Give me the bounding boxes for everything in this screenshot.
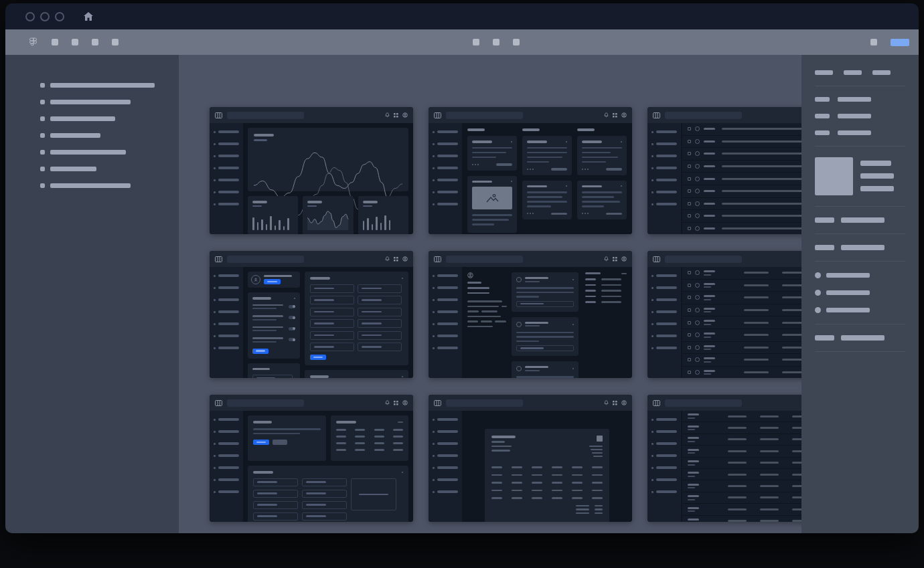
mini-input[interactable] bbox=[310, 308, 354, 316]
mini-input[interactable] bbox=[516, 345, 574, 351]
figma-logo-icon[interactable] bbox=[29, 37, 38, 48]
toggle-switch[interactable] bbox=[289, 338, 295, 341]
template-card-analytics-dashboard[interactable] bbox=[210, 107, 413, 234]
mini-input[interactable] bbox=[302, 512, 347, 520]
sidebar-layer-item[interactable] bbox=[40, 83, 179, 88]
inspector-tab[interactable] bbox=[872, 70, 891, 75]
mini-input[interactable] bbox=[253, 501, 298, 509]
toggle-switch[interactable] bbox=[289, 316, 295, 319]
mini-input[interactable] bbox=[253, 512, 298, 520]
table-row[interactable] bbox=[682, 304, 801, 317]
tool-button[interactable] bbox=[870, 39, 877, 45]
option-row[interactable] bbox=[815, 272, 919, 278]
sidebar-layer-item[interactable] bbox=[40, 150, 179, 155]
table-row[interactable] bbox=[682, 354, 801, 367]
toggle-switch[interactable] bbox=[289, 305, 295, 308]
mini-search-input[interactable] bbox=[227, 256, 304, 263]
mini-input[interactable] bbox=[358, 331, 402, 340]
mini-input[interactable] bbox=[310, 284, 354, 293]
mini-input[interactable] bbox=[253, 490, 298, 498]
table-row[interactable] bbox=[682, 161, 801, 173]
row-checkbox[interactable] bbox=[688, 333, 691, 337]
mini-primary-button[interactable] bbox=[252, 349, 268, 354]
kanban-card[interactable] bbox=[467, 136, 517, 171]
mini-primary-button[interactable] bbox=[310, 355, 326, 360]
mini-input[interactable] bbox=[310, 296, 354, 304]
inspector-tab[interactable] bbox=[844, 70, 862, 75]
kanban-card[interactable] bbox=[577, 136, 627, 175]
mini-input[interactable] bbox=[358, 319, 402, 328]
table-row[interactable] bbox=[682, 422, 801, 434]
tool-button[interactable] bbox=[473, 39, 479, 45]
mini-search-input[interactable] bbox=[665, 256, 742, 263]
table-row[interactable] bbox=[682, 458, 801, 469]
table-row[interactable] bbox=[682, 469, 801, 480]
table-row[interactable] bbox=[682, 316, 801, 329]
row-checkbox[interactable] bbox=[688, 271, 691, 274]
kanban-card[interactable] bbox=[522, 181, 572, 220]
table-row[interactable] bbox=[682, 185, 801, 198]
row-checkbox[interactable] bbox=[688, 177, 691, 181]
row-checkbox[interactable] bbox=[688, 321, 691, 324]
table-row[interactable] bbox=[682, 136, 801, 149]
mini-secondary-button[interactable] bbox=[273, 440, 287, 445]
template-card-list-view-simple[interactable] bbox=[647, 107, 801, 234]
row-checkbox[interactable] bbox=[688, 227, 691, 230]
mini-search-input[interactable] bbox=[446, 112, 523, 119]
sidebar-layer-item[interactable] bbox=[40, 183, 179, 188]
table-row[interactable] bbox=[682, 342, 801, 355]
primary-action-button[interactable] bbox=[891, 39, 909, 46]
table-row[interactable] bbox=[682, 367, 801, 378]
mini-search-input[interactable] bbox=[446, 256, 523, 263]
row-checkbox[interactable] bbox=[688, 284, 691, 287]
mini-textarea[interactable] bbox=[351, 478, 396, 510]
template-card-list-view-columns[interactable] bbox=[647, 251, 801, 378]
tool-button[interactable] bbox=[92, 39, 98, 45]
maximize-button[interactable] bbox=[55, 12, 64, 21]
row-checkbox[interactable] bbox=[688, 127, 691, 130]
option-row[interactable] bbox=[815, 307, 919, 313]
mini-input[interactable] bbox=[302, 490, 347, 498]
row-checkbox[interactable] bbox=[688, 140, 691, 143]
sidebar-layer-item[interactable] bbox=[40, 100, 179, 104]
mini-input[interactable] bbox=[302, 478, 347, 486]
mini-primary-button[interactable] bbox=[253, 440, 269, 445]
template-card-social-feed[interactable] bbox=[429, 251, 632, 378]
table-row[interactable] bbox=[682, 292, 801, 304]
row-checkbox[interactable] bbox=[688, 189, 691, 193]
table-row[interactable] bbox=[682, 123, 801, 136]
table-row[interactable] bbox=[682, 329, 801, 342]
row-checkbox[interactable] bbox=[688, 152, 691, 155]
mini-input[interactable] bbox=[252, 375, 293, 378]
table-row[interactable] bbox=[682, 411, 801, 422]
kanban-card[interactable] bbox=[467, 176, 517, 233]
mini-input[interactable] bbox=[302, 501, 347, 509]
mini-input[interactable] bbox=[358, 343, 402, 351]
tool-button[interactable] bbox=[72, 39, 78, 45]
table-row[interactable] bbox=[682, 267, 801, 280]
table-row[interactable] bbox=[682, 446, 801, 457]
kanban-card[interactable] bbox=[522, 136, 572, 175]
table-row[interactable] bbox=[682, 480, 801, 492]
row-checkbox[interactable] bbox=[688, 371, 691, 374]
row-checkbox[interactable] bbox=[688, 346, 691, 349]
mini-input[interactable] bbox=[358, 296, 402, 304]
table-row[interactable] bbox=[682, 492, 801, 504]
row-checkbox[interactable] bbox=[688, 296, 691, 299]
color-swatch[interactable] bbox=[815, 157, 853, 195]
tool-button[interactable] bbox=[493, 39, 499, 45]
home-icon[interactable] bbox=[83, 11, 94, 21]
mini-input[interactable] bbox=[310, 331, 354, 340]
close-button[interactable] bbox=[25, 12, 35, 21]
template-card-list-view-dense[interactable] bbox=[647, 395, 801, 522]
table-row[interactable] bbox=[682, 173, 801, 185]
template-card-billing-forms[interactable] bbox=[210, 395, 413, 522]
table-row[interactable] bbox=[682, 280, 801, 292]
mini-search-input[interactable] bbox=[665, 399, 742, 407]
mini-primary-button[interactable] bbox=[264, 279, 281, 284]
tool-button[interactable] bbox=[513, 39, 520, 45]
mini-input[interactable] bbox=[310, 343, 354, 351]
sidebar-layer-item[interactable] bbox=[40, 133, 179, 138]
mini-input[interactable] bbox=[310, 319, 354, 328]
mini-search-input[interactable] bbox=[227, 112, 304, 119]
